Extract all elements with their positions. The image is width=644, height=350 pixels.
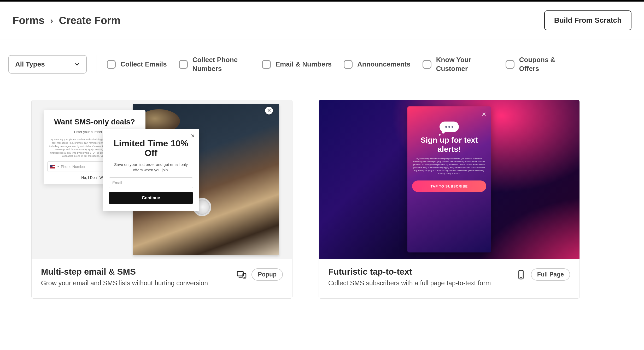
preview-cta-button: TAP TO SUBSCRIBE: [412, 180, 486, 192]
filter-announcements[interactable]: Announcements: [344, 60, 411, 69]
template-card-body: Futuristic tap-to-text Collect SMS subsc…: [319, 259, 579, 298]
template-card-grid: ✕ Want SMS-only deals? Enter your number…: [0, 79, 644, 319]
preview-heading: Sign up for text alerts!: [412, 136, 486, 154]
template-title: Futuristic tap-to-text: [328, 267, 491, 277]
filter-label: Coupons & Offers: [519, 56, 577, 73]
template-card-futuristic-tap-to-text[interactable]: ✕ Sign up for text alerts! By submitting…: [319, 100, 580, 299]
template-type-badge: Popup: [251, 268, 283, 281]
template-meta: Full Page: [516, 267, 570, 281]
filter-know-your-customer[interactable]: Know Your Customer: [423, 56, 494, 73]
filter-email-and-numbers[interactable]: Email & Numbers: [262, 60, 332, 69]
mobile-icon: [516, 269, 526, 280]
email-placeholder: Email: [112, 180, 122, 185]
preview-fineprint: By submitting this form and signing up f…: [412, 157, 486, 175]
template-title: Multi-step email & SMS: [41, 267, 208, 277]
preview-heading: Want SMS-only deals?: [47, 118, 142, 126]
phone-placeholder: Phone Number: [61, 165, 85, 169]
close-icon: ✕: [482, 111, 486, 118]
template-card-multi-step-email-sms[interactable]: ✕ Want SMS-only deals? Enter your number…: [31, 100, 292, 299]
type-dropdown[interactable]: All Types: [8, 55, 87, 74]
breadcrumb: Forms › Create Form: [13, 15, 120, 26]
preview-email-input: Email: [109, 177, 193, 188]
preview-mobile-screen: ✕ Sign up for text alerts! By submitting…: [407, 106, 491, 252]
filter-label: Email & Numbers: [276, 60, 332, 69]
breadcrumb-root[interactable]: Forms: [13, 15, 44, 26]
filter-label: Collect Emails: [120, 60, 167, 69]
preview-subtext: Save on your first order and get email o…: [109, 162, 193, 173]
checkbox-icon[interactable]: [506, 60, 514, 69]
checkbox-icon[interactable]: [344, 60, 353, 69]
preview-heading: Limited Time 10% Off: [109, 138, 193, 158]
template-description: Grow your email and SMS lists without hu…: [41, 279, 208, 287]
filter-label: Know Your Customer: [436, 56, 494, 73]
template-meta: Popup: [236, 267, 283, 281]
caret-down-icon: ▾: [57, 165, 59, 168]
svg-rect-0: [237, 271, 243, 276]
checkbox-icon[interactable]: [262, 60, 271, 69]
filter-label: Collect Phone Numbers: [192, 56, 250, 73]
page-header: Forms › Create Form Build From Scratch: [0, 2, 644, 39]
type-dropdown-label: All Types: [15, 60, 45, 68]
filter-collect-emails[interactable]: Collect Emails: [107, 60, 167, 69]
preview-email-popup: ✕ Limited Time 10% Off Save on your firs…: [103, 129, 199, 211]
chevron-right-icon: ›: [50, 15, 53, 26]
close-icon: ✕: [265, 107, 273, 114]
checkbox-icon[interactable]: [107, 60, 116, 69]
checkbox-icon[interactable]: [423, 60, 431, 69]
chevron-down-icon: [74, 62, 80, 67]
breadcrumb-current: Create Form: [59, 15, 121, 26]
template-card-body: Multi-step email & SMS Grow your email a…: [32, 259, 292, 298]
template-preview: ✕ Sign up for text alerts! By submitting…: [319, 100, 579, 259]
preview-continue-button: Continue: [109, 192, 193, 204]
filter-coupons-offers[interactable]: Coupons & Offers: [506, 56, 577, 73]
filter-collect-phone-numbers[interactable]: Collect Phone Numbers: [179, 56, 250, 73]
close-icon: ✕: [191, 133, 195, 139]
chat-bubble-icon: [440, 122, 459, 132]
us-flag-icon: [50, 165, 55, 168]
filter-checkbox-list: Collect Emails Collect Phone Numbers Ema…: [107, 56, 636, 73]
template-type-badge: Full Page: [531, 268, 570, 281]
template-preview: ✕ Want SMS-only deals? Enter your number…: [32, 100, 292, 259]
build-from-scratch-button[interactable]: Build From Scratch: [544, 10, 631, 30]
vertical-separator: [97, 55, 97, 74]
devices-icon: [236, 269, 247, 280]
filter-label: Announcements: [357, 60, 411, 69]
filters-row: All Types Collect Emails Collect Phone N…: [0, 39, 644, 79]
template-description: Collect SMS subscribers with a full page…: [328, 279, 491, 287]
checkbox-icon[interactable]: [179, 60, 188, 69]
